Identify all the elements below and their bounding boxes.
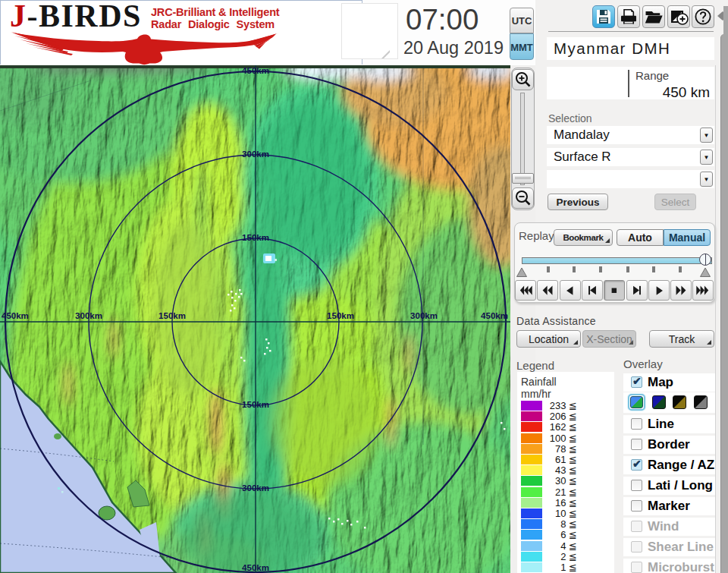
svg-text:150km: 150km [158, 311, 186, 320]
svg-text:300km: 300km [75, 311, 102, 320]
svg-text:150km: 150km [327, 311, 354, 320]
svg-text:150km: 150km [242, 400, 269, 409]
svg-text:150km: 150km [242, 233, 269, 242]
svg-text:300km: 300km [242, 150, 269, 159]
svg-text:450km: 450km [2, 311, 29, 320]
svg-text:300km: 300km [242, 483, 269, 493]
svg-text:450km: 450km [481, 311, 508, 320]
svg-text:300km: 300km [410, 311, 438, 320]
svg-text:450km: 450km [242, 563, 269, 572]
svg-text:450km: 450km [242, 66, 269, 75]
